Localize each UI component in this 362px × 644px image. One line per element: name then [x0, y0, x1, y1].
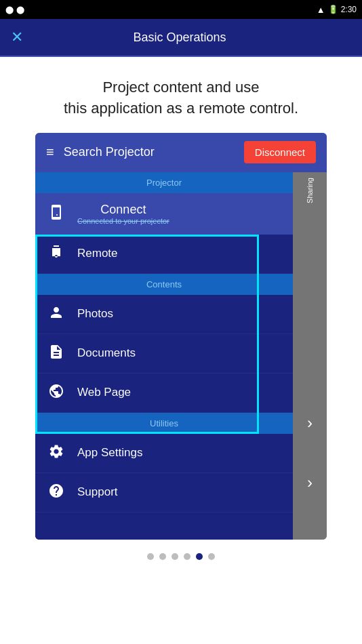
- connect-label: Connect: [77, 203, 169, 217]
- support-menu-item[interactable]: Support: [35, 473, 293, 512]
- globe-icon: [46, 383, 66, 403]
- right-panel: Sharing › ›: [293, 172, 327, 540]
- time-display: 2:30: [341, 5, 357, 14]
- utilities-section-header: Utilities: [35, 413, 293, 434]
- connect-menu-item[interactable]: Connect Connected to your projector: [35, 193, 293, 235]
- remote-menu-item[interactable]: Remote: [35, 235, 293, 274]
- dot-6[interactable]: [208, 553, 215, 560]
- highlighted-section: Remote Contents Photos: [35, 235, 293, 434]
- dot-3[interactable]: [172, 553, 178, 560]
- status-bar-left-icons: ⬤ ⬤: [5, 5, 24, 14]
- search-projector-title: Search Projector: [64, 145, 155, 159]
- documents-label: Documents: [77, 346, 136, 360]
- close-button[interactable]: ✕: [11, 28, 23, 46]
- gear-icon: [46, 443, 66, 463]
- status-bar: ⬤ ⬤ ▲ 🔋 2:30: [0, 0, 362, 19]
- documents-icon: [46, 344, 66, 363]
- app-mockup: ≡ Search Projector Disconnect Projector: [35, 133, 327, 540]
- app-icon-1: ⬤: [5, 5, 14, 14]
- webpage-label: Web Page: [77, 386, 131, 399]
- description-line1: Project content and use: [102, 79, 259, 96]
- wifi-icon: ▲: [317, 5, 325, 15]
- bottom-spacer: [35, 512, 293, 540]
- dot-1[interactable]: [147, 553, 154, 560]
- description-line2: this application as a remote control.: [64, 100, 298, 117]
- documents-menu-item[interactable]: Documents: [35, 334, 293, 374]
- contents-section-header: Contents: [35, 274, 293, 295]
- right-arrow-1[interactable]: ›: [307, 393, 313, 453]
- right-arrow-2[interactable]: ›: [307, 453, 313, 512]
- pagination-dots: [14, 540, 348, 567]
- connect-sub-label: Connected to your projector: [77, 217, 169, 225]
- description-text: Project content and use this application…: [14, 77, 348, 119]
- battery-icon: 🔋: [328, 5, 338, 14]
- photos-label: Photos: [77, 307, 113, 321]
- connect-item-text: Connect Connected to your projector: [77, 203, 169, 225]
- projector-section-header: Projector: [35, 172, 293, 193]
- dot-4[interactable]: [184, 553, 190, 560]
- menu-header: ≡ Search Projector Disconnect: [35, 133, 327, 172]
- status-bar-right-icons: ▲ 🔋 2:30: [317, 5, 357, 15]
- menu-header-left: ≡ Search Projector: [46, 144, 155, 160]
- sidebar-menu: Projector Connect Connected to your proj…: [35, 172, 293, 540]
- app-bar: ✕ Basic Operations: [0, 19, 362, 57]
- appsettings-label: App Settings: [77, 446, 142, 460]
- photos-menu-item[interactable]: Photos: [35, 295, 293, 334]
- sidebar-area: Projector Connect Connected to your proj…: [35, 172, 327, 540]
- photos-icon: [46, 304, 66, 324]
- appsettings-menu-item[interactable]: App Settings: [35, 434, 293, 473]
- support-label: Support: [77, 485, 118, 499]
- connect-icon: [46, 204, 66, 224]
- remote-label: Remote: [77, 247, 118, 260]
- main-content: Project content and use this application…: [0, 57, 362, 580]
- hamburger-icon[interactable]: ≡: [46, 144, 54, 160]
- app-icon-2: ⬤: [16, 5, 24, 14]
- dot-2[interactable]: [159, 553, 166, 560]
- dot-5-active[interactable]: [196, 553, 203, 560]
- disconnect-button[interactable]: Disconnect: [244, 141, 316, 163]
- app-bar-title: Basic Operations: [34, 31, 325, 45]
- webpage-menu-item[interactable]: Web Page: [35, 374, 293, 413]
- remote-icon: [46, 244, 66, 264]
- sharing-label: Sharing: [306, 178, 314, 203]
- help-icon: [46, 483, 66, 502]
